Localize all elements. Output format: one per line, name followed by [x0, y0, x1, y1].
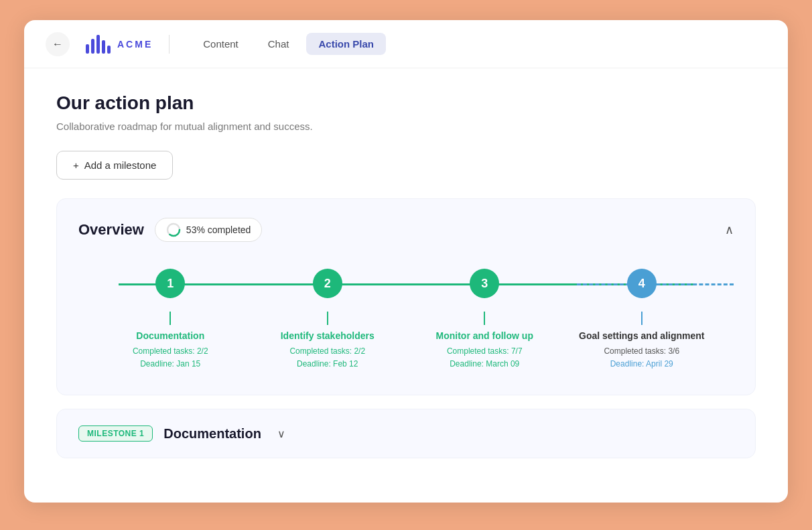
nav-content[interactable]: Content [191, 33, 251, 55]
milestone-detail-3: Completed tasks: 7/7 Deadline: March 09 [447, 345, 523, 371]
logo-bar-1 [86, 44, 89, 54]
milestone-tick-2 [327, 312, 328, 325]
overview-card: Overview 53% completed ∧ 1 [56, 198, 756, 395]
nav-chat[interactable]: Chat [256, 33, 301, 55]
logo-bar-5 [107, 46, 111, 54]
logo-bar-4 [102, 40, 105, 54]
main-content: Our action plan Collaborative roadmap fo… [24, 68, 788, 482]
app-window: ← ACME Content Chat Action Plan Our acti… [24, 20, 788, 503]
overview-header: Overview 53% completed ∧ [78, 218, 734, 242]
page-title: Our action plan [56, 92, 756, 114]
milestone-label-1: Documentation [136, 330, 204, 341]
milestone-badge: MILESTONE 1 [78, 425, 153, 442]
nav-action-plan[interactable]: Action Plan [306, 33, 386, 55]
milestone-tick-4 [641, 312, 642, 325]
progress-label: 53% completed [186, 224, 251, 235]
nav-links: Content Chat Action Plan [191, 33, 386, 55]
progress-badge: 53% completed [155, 218, 263, 242]
header: ← ACME Content Chat Action Plan [24, 20, 788, 68]
milestone-label-4: Goal settings and alignment [579, 330, 704, 341]
milestone-detail-2: Completed tasks: 2/2 Deadline: Feb 12 [289, 345, 365, 371]
logo-bar-3 [96, 35, 100, 54]
add-milestone-button[interactable]: + Add a milestone [56, 151, 173, 180]
milestone-detail-1: Completed tasks: 2/2 Deadline: Jan 15 [133, 345, 208, 371]
milestone-node-4: 4 Goal settings and alignment Completed … [563, 269, 721, 371]
logo-text: ACME [117, 39, 153, 50]
overview-title: Overview [78, 221, 144, 239]
logo-bar-2 [91, 39, 94, 54]
milestone-label-2: Identify stakeholders [281, 330, 375, 341]
milestone-detail-4: Completed tasks: 3/6 Deadline: April 29 [604, 345, 679, 371]
milestone-tick-3 [484, 312, 485, 325]
add-milestone-label: Add a milestone [84, 159, 157, 171]
timeline: 1 Documentation Completed tasks: 2/2 Dea… [78, 269, 734, 371]
milestone-card-name: Documentation [163, 426, 261, 442]
logo-icon [86, 35, 111, 54]
milestone-node-1: 1 Documentation Completed tasks: 2/2 Dea… [92, 269, 249, 371]
collapse-button[interactable]: ∧ [725, 222, 734, 237]
plus-icon: + [73, 159, 79, 171]
milestone-1-card: MILESTONE 1 Documentation ∨ [56, 409, 756, 458]
back-button[interactable]: ← [46, 32, 70, 56]
timeline-container: 1 Documentation Completed tasks: 2/2 Dea… [78, 269, 734, 371]
chevron-down-icon[interactable]: ∨ [277, 427, 285, 440]
page-subtitle: Collaborative roadmap for mutual alignme… [56, 121, 756, 132]
milestone-card-header: MILESTONE 1 Documentation ∨ [78, 425, 734, 442]
milestone-circle-1: 1 [155, 269, 185, 298]
progress-icon [166, 222, 181, 237]
milestone-node-2: 2 Identify stakeholders Completed tasks:… [249, 269, 407, 371]
milestone-label-3: Monitor and follow up [436, 330, 533, 341]
milestone-tick-1 [170, 312, 171, 325]
logo: ACME [86, 35, 170, 54]
milestone-circle-4: 4 [627, 269, 657, 298]
milestone-node-3: 3 Monitor and follow up Completed tasks:… [406, 269, 563, 371]
milestone-circle-2: 2 [313, 269, 342, 298]
milestone-circle-3: 3 [470, 269, 499, 298]
